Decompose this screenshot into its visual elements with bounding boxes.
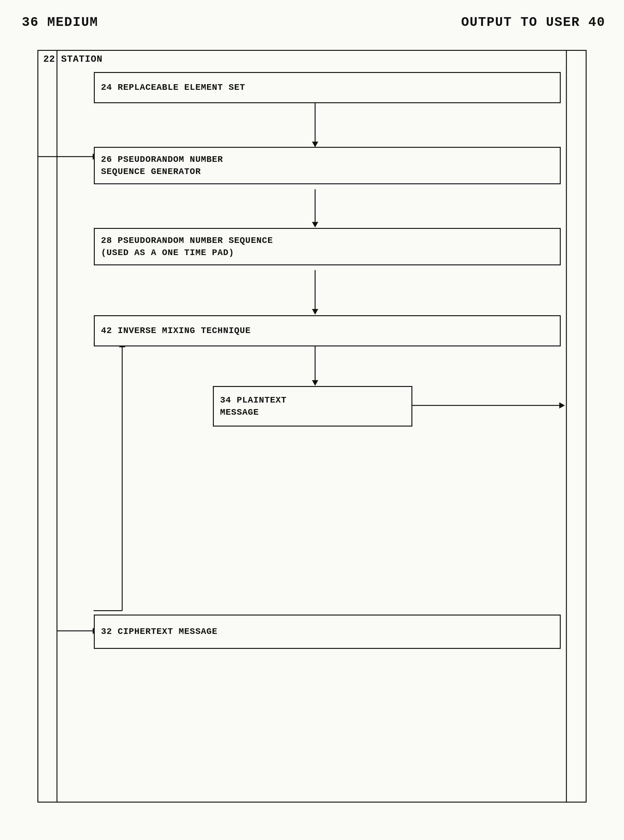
svg-marker-5 xyxy=(312,309,318,315)
pseudorandom-sequence-box: 28 PSEUDORANDOM NUMBER SEQUENCE (USED AS… xyxy=(94,228,561,265)
header-right-label: OUTPUT TO USER 40 xyxy=(461,15,605,30)
station-box: 22 STATION xyxy=(37,50,587,803)
svg-marker-7 xyxy=(312,380,318,386)
svg-marker-1 xyxy=(312,142,318,147)
page: 36 MEDIUM OUTPUT TO USER 40 22 STATION xyxy=(0,0,624,840)
pseudorandom-sequence-label: 28 PSEUDORANDOM NUMBER SEQUENCE (USED AS… xyxy=(101,235,273,259)
station-label: 22 STATION xyxy=(43,54,102,65)
header-left-label: 36 MEDIUM xyxy=(22,15,98,30)
ciphertext-box: 32 CIPHERTEXT MESSAGE xyxy=(94,614,561,649)
plaintext-label: 34 PLAINTEXT MESSAGE xyxy=(220,394,287,418)
pseudorandom-generator-label: 26 PSEUDORANDOM NUMBER SEQUENCE GENERATO… xyxy=(101,153,223,178)
plaintext-box: 34 PLAINTEXT MESSAGE xyxy=(213,386,412,427)
svg-marker-9 xyxy=(559,402,565,408)
replaceable-element-label: 24 REPLACEABLE ELEMENT SET xyxy=(101,81,245,94)
inverse-mixing-label: 42 INVERSE MIXING TECHNIQUE xyxy=(101,325,251,337)
ciphertext-label: 32 CIPHERTEXT MESSAGE xyxy=(101,625,218,637)
pseudorandom-generator-box: 26 PSEUDORANDOM NUMBER SEQUENCE GENERATO… xyxy=(94,147,561,184)
svg-marker-3 xyxy=(312,222,318,227)
inverse-mixing-box: 42 INVERSE MIXING TECHNIQUE xyxy=(94,315,561,347)
replaceable-element-box: 24 REPLACEABLE ELEMENT SET xyxy=(94,72,561,103)
